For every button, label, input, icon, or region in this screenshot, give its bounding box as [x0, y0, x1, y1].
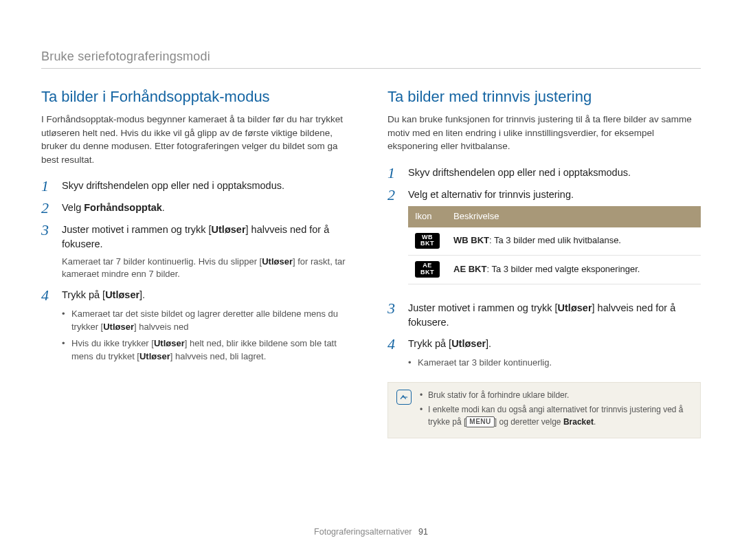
step-body: Juster motivet i rammen og trykk [Utløse… [62, 223, 355, 280]
bold-text: Utløser [105, 289, 139, 300]
cell-desc: AE BKT: Ta 3 bilder med valgte eksponeri… [447, 256, 701, 284]
cell-desc: WB BKT: Ta 3 bilder med ulik hvitbalanse… [447, 227, 701, 256]
text: . [162, 202, 165, 213]
step-subtext: Kameraet tar 7 bilder kontinuerlig. Hvis… [62, 256, 355, 280]
wb-bkt-icon: WB BKT [415, 233, 440, 249]
step-bullets: Kameraet tar det siste bildet og lagrer … [62, 308, 355, 363]
bold-text: Forhåndsopptak [84, 202, 162, 213]
right-step-3: 3 Juster motivet i rammen og trykk [Utlø… [387, 301, 701, 330]
bold-text: Utløser [558, 302, 592, 313]
cell-icon: WB BKT [408, 227, 447, 256]
text: Hvis du ikke trykker [ [71, 338, 154, 348]
list-item: I enkelte modi kan du også angi alternat… [420, 404, 692, 428]
table-header-desc: Beskrivelse [447, 206, 701, 227]
note-list: Bruk stativ for å forhindre uklare bilde… [420, 390, 692, 431]
left-intro: I Forhåndsopptak-modus begynner kameraet… [41, 113, 355, 166]
step-body: Velg Forhåndsopptak. [62, 201, 355, 216]
cell-icon: AE BKT [408, 256, 447, 284]
step-body: Skyv driftshendelen opp eller ned i oppt… [62, 179, 355, 194]
text: Juster motivet i rammen og trykk [ [62, 224, 212, 235]
text: Velg et alternativ for trinnvis justerin… [408, 189, 574, 200]
footer-label: Fotograferingsalternativer [314, 527, 412, 537]
right-step-1: 1 Skyv driftshendelen opp eller ned i op… [387, 166, 701, 181]
list-item: Hvis du ikke trykker [Utløser] helt ned,… [62, 337, 355, 363]
step-number: 3 [41, 223, 54, 280]
bold-text: Utløser [451, 338, 486, 349]
note-icon [396, 390, 412, 405]
step-body: Trykk på [Utløser]. Kameraet tar det sis… [62, 288, 355, 368]
bold-text: WB BKT [453, 235, 489, 245]
left-step-2: 2 Velg Forhåndsopptak. [41, 201, 355, 216]
text: : Ta 3 bilder med ulik hvitbalanse. [489, 235, 621, 245]
left-steps: 1 Skyv driftshendelen opp eller ned i op… [41, 179, 355, 368]
left-step-4: 4 Trykk på [Utløser]. Kameraet tar det s… [41, 288, 355, 368]
right-column: Ta bilder med trinnvis justering Du kan … [387, 88, 701, 438]
text: Trykk på [ [62, 289, 105, 300]
text: ] og deretter velge [495, 417, 563, 427]
table-header-icon: Ikon [408, 206, 447, 227]
step-body: Velg et alternativ for trinnvis justerin… [408, 188, 701, 294]
list-item: Bruk stativ for å forhindre uklare bilde… [420, 390, 692, 401]
list-item: Kameraet tar 3 bilder kontinuerlig. [408, 357, 701, 370]
list-item: Kameraet tar det siste bildet og lagrer … [62, 308, 355, 334]
bracket-options-table: Ikon Beskrivelse WB BKT WB BKT: Ta 3 bil… [408, 206, 701, 284]
bold-text: Utløser [154, 338, 185, 348]
step-number: 3 [387, 301, 400, 330]
step-number: 2 [41, 201, 54, 216]
right-steps: 1 Skyv driftshendelen opp eller ned i op… [387, 166, 701, 374]
bold-text: Utløser [262, 256, 293, 267]
text: . [594, 417, 596, 427]
step-number: 4 [41, 288, 54, 368]
table-row: AE BKT AE BKT: Ta 3 bilder med valgte ek… [408, 256, 701, 284]
bold-text: AE BKT [453, 264, 486, 274]
text: ] halvveis ned, bli lagret. [170, 351, 266, 361]
left-heading: Ta bilder i Forhåndsopptak-modus [41, 88, 355, 106]
step-number: 2 [387, 188, 400, 294]
left-step-1: 1 Skyv driftshendelen opp eller ned i op… [41, 179, 355, 194]
right-heading: Ta bilder med trinnvis justering [387, 88, 701, 106]
step-number: 1 [387, 166, 400, 181]
bold-text: Utløser [212, 224, 246, 235]
text: ]. [139, 289, 145, 300]
menu-chip-icon: MENU [466, 416, 494, 428]
tip-note-box: Bruk stativ for å forhindre uklare bilde… [387, 382, 701, 438]
left-step-3: 3 Juster motivet i rammen og trykk [Utlø… [41, 223, 355, 280]
step-number: 4 [387, 337, 400, 374]
text: ] halvveis ned [134, 322, 189, 332]
text: Trykk på [ [408, 338, 451, 349]
two-column-layout: Ta bilder i Forhåndsopptak-modus I Forhå… [41, 88, 701, 438]
right-intro: Du kan bruke funksjonen for trinnvis jus… [387, 113, 701, 153]
text: Juster motivet i rammen og trykk [ [408, 302, 558, 313]
text: ]. [486, 338, 491, 349]
left-column: Ta bilder i Forhåndsopptak-modus I Forhå… [41, 88, 355, 438]
text: : Ta 3 bilder med valgte eksponeringer. [486, 264, 640, 274]
bold-text: Utløser [139, 351, 170, 361]
step-bullets: Kameraet tar 3 bilder kontinuerlig. [408, 357, 701, 370]
step-body: Skyv driftshendelen opp eller ned i oppt… [408, 166, 701, 181]
step-body: Juster motivet i rammen og trykk [Utløse… [408, 301, 701, 330]
page-number: 91 [418, 527, 428, 537]
ae-bkt-icon: AE BKT [415, 261, 440, 278]
breadcrumb: Bruke seriefotograferingsmodi [41, 49, 701, 69]
manual-page: Bruke seriefotograferingsmodi Ta bilder … [0, 0, 742, 560]
table-row: WB BKT WB BKT: Ta 3 bilder med ulik hvit… [408, 227, 701, 256]
step-number: 1 [41, 179, 54, 194]
right-step-2: 2 Velg et alternativ for trinnvis juster… [387, 188, 701, 294]
text: Velg [62, 202, 84, 213]
step-body: Trykk på [Utløser]. Kameraet tar 3 bilde… [408, 337, 701, 374]
bold-text: Bracket [563, 417, 594, 427]
right-step-4: 4 Trykk på [Utløser]. Kameraet tar 3 bil… [387, 337, 701, 374]
text: Kameraet tar 7 bilder kontinuerlig. Hvis… [62, 256, 262, 267]
page-footer: Fotograferingsalternativer 91 [0, 527, 742, 537]
bold-text: Utløser [103, 322, 134, 332]
